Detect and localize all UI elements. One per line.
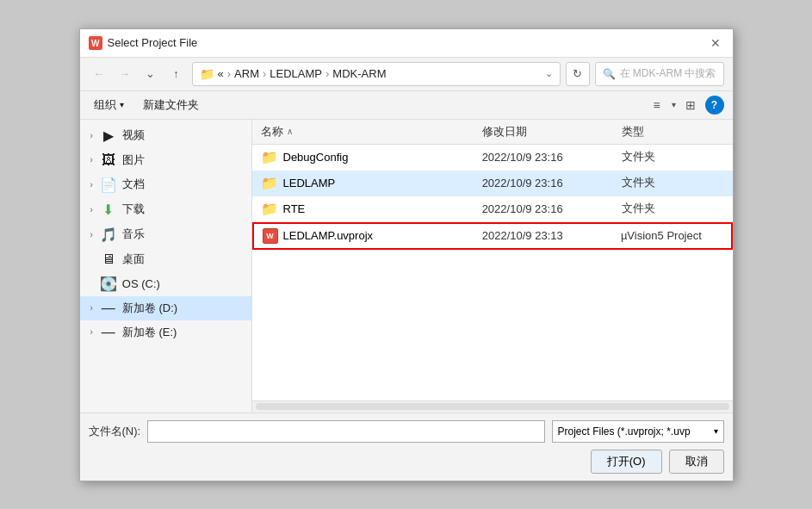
file-cell-type: 文件夹 <box>613 175 733 190</box>
select-project-dialog: W Select Project File ✕ ← → ⌄ ↑ 📁 « › AR… <box>79 28 734 481</box>
title-bar: W Select Project File ✕ <box>80 29 733 58</box>
view-list-button[interactable]: ≡ <box>646 95 668 115</box>
column-name[interactable]: 名称 ∧ <box>252 120 474 144</box>
file-row[interactable]: 📁 DebugConfig 2022/10/9 23:16 文件夹 <box>252 145 733 171</box>
file-name: LEDLAMP <box>283 177 336 189</box>
sidebar-item-video[interactable]: › ▶ 视频 <box>80 123 251 148</box>
address-folder-icon: 📁 <box>200 67 214 81</box>
folder-icon: 📁 <box>261 201 278 217</box>
toolbar: 组织 ▾ 新建文件夹 ≡ ▾ ⊞ ? <box>80 91 733 120</box>
cancel-label: 取消 <box>685 454 708 469</box>
expand-icon: › <box>90 155 93 164</box>
column-type[interactable]: 类型 <box>613 120 733 144</box>
sidebar-item-downloads-label: 下载 <box>122 202 145 217</box>
file-row[interactable]: 📁 RTE 2022/10/9 23:16 文件夹 <box>252 196 733 222</box>
search-placeholder: 在 MDK-ARM 中搜索 <box>620 66 716 81</box>
file-cell-date: 2022/10/9 23:16 <box>474 151 613 164</box>
app-icon: W <box>89 36 102 50</box>
sort-arrow-icon: ∧ <box>287 127 293 136</box>
music-icon: 🎵 <box>100 227 117 243</box>
sidebar-item-docs-label: 文档 <box>122 177 145 192</box>
expand-icon: › <box>90 230 93 239</box>
filetype-chevron-icon: ▾ <box>714 426 718 436</box>
sidebar-item-docs[interactable]: › 📄 文档 <box>80 172 251 197</box>
folder-icon: 📁 <box>261 149 278 165</box>
file-name: RTE <box>283 202 306 215</box>
file-cell-date: 2022/10/9 23:16 <box>474 202 613 215</box>
dialog-title: Select Project File <box>108 36 198 49</box>
sidebar-item-drive-d[interactable]: › — 新加卷 (D:) <box>80 296 251 320</box>
open-button[interactable]: 打开(O) <box>591 450 662 474</box>
bottom-bar: 文件名(N): Project Files (*.uvprojx; *.uvp … <box>80 413 733 481</box>
sidebar-item-downloads[interactable]: › ⬇ 下载 <box>80 197 251 222</box>
expand-icon: › <box>90 180 93 189</box>
view-dropdown-icon[interactable]: ▾ <box>672 100 676 109</box>
file-cell-date: 2022/10/9 23:13 <box>474 229 612 242</box>
back-button[interactable]: ← <box>89 64 109 84</box>
filename-input[interactable] <box>147 420 544 443</box>
sidebar-item-desktop[interactable]: › 🖥 桌面 <box>80 247 251 271</box>
file-list-header: 名称 ∧ 修改日期 类型 <box>252 120 733 145</box>
nav-bar: ← → ⌄ ↑ 📁 « › ARM › LEDLAMP › MDK-ARM ⌄ … <box>80 58 733 91</box>
address-bar[interactable]: 📁 « › ARM › LEDLAMP › MDK-ARM ⌄ <box>192 62 561 86</box>
close-button[interactable]: ✕ <box>707 34 724 52</box>
organize-label: 组织 <box>94 97 116 113</box>
view-grid-button[interactable]: ⊞ <box>679 95 702 115</box>
breadcrumb-ledlamp[interactable]: LEDLAMP <box>270 67 322 80</box>
drive-d-icon: — <box>100 301 117 316</box>
downloads-icon: ⬇ <box>100 202 117 218</box>
file-cell-type: 文件夹 <box>613 201 733 216</box>
cancel-button[interactable]: 取消 <box>669 450 724 474</box>
column-date[interactable]: 修改日期 <box>474 120 613 144</box>
main-content: › ▶ 视频 › 🖼 图片 › 📄 文档 › ⬇ 下载 › 🎵 <box>80 120 733 413</box>
search-box[interactable]: 🔍 在 MDK-ARM 中搜索 <box>595 62 724 86</box>
col-name-label: 名称 <box>261 124 283 140</box>
new-folder-button[interactable]: 新建文件夹 <box>138 95 204 115</box>
breadcrumb-mdk-arm[interactable]: MDK-ARM <box>332 67 386 80</box>
expand-icon: › <box>90 303 93 313</box>
sidebar-item-drive-d-label: 新加卷 (D:) <box>122 301 177 316</box>
help-button[interactable]: ? <box>705 96 724 115</box>
sidebar-item-drive-e[interactable]: › — 新加卷 (E:) <box>80 320 251 345</box>
folder-icon: 📁 <box>261 175 278 191</box>
sidebar-item-music[interactable]: › 🎵 音乐 <box>80 222 251 247</box>
filetype-label: Project Files (*.uvprojx; *.uvp <box>558 425 691 438</box>
organize-chevron-icon: ▾ <box>120 100 124 109</box>
osc-icon: 💽 <box>100 276 117 292</box>
dropdown-button[interactable]: ⌄ <box>140 64 161 84</box>
expand-icon: › <box>90 327 93 337</box>
file-cell-name: 📁 LEDLAMP <box>252 175 474 191</box>
sidebar-item-osc-label: OS (C:) <box>122 277 160 290</box>
images-icon: 🖼 <box>100 152 117 168</box>
sidebar-item-desktop-label: 桌面 <box>122 251 145 267</box>
open-label: 打开(O) <box>607 454 646 469</box>
sidebar-item-video-label: 视频 <box>122 127 145 143</box>
scrollbar-area[interactable] <box>252 400 733 413</box>
svg-text:W: W <box>91 39 100 48</box>
file-cell-type: µVision5 Project <box>612 229 731 242</box>
file-row[interactable]: 📁 LEDLAMP 2022/10/9 23:16 文件夹 <box>252 171 733 196</box>
filename-label: 文件名(N): <box>89 424 141 439</box>
sidebar-item-osc[interactable]: › 💽 OS (C:) <box>80 271 251 296</box>
new-folder-label: 新建文件夹 <box>143 97 199 113</box>
organize-button[interactable]: 组织 ▾ <box>89 95 129 115</box>
view-grid-icon: ⊞ <box>685 98 696 112</box>
file-list-body: 📁 DebugConfig 2022/10/9 23:16 文件夹 📁 LEDL… <box>252 145 733 400</box>
forward-button[interactable]: → <box>115 64 135 84</box>
sidebar-item-images[interactable]: › 🖼 图片 <box>80 148 251 172</box>
drive-e-icon: — <box>100 325 117 340</box>
up-button[interactable]: ↑ <box>166 64 187 84</box>
file-name: LEDLAMP.uvprojx <box>283 229 374 242</box>
view-list-icon: ≡ <box>653 98 660 112</box>
address-chevron-icon[interactable]: ⌄ <box>545 68 553 79</box>
sidebar: › ▶ 视频 › 🖼 图片 › 📄 文档 › ⬇ 下载 › 🎵 <box>80 120 252 413</box>
breadcrumb-arm[interactable]: ARM <box>234 67 259 80</box>
file-name: DebugConfig <box>283 151 349 164</box>
file-row-uvprojx[interactable]: LEDLAMP.uvprojx 2022/10/9 23:13 µVision5… <box>252 222 733 250</box>
desktop-icon: 🖥 <box>100 251 117 267</box>
refresh-button[interactable]: ↻ <box>566 62 590 86</box>
breadcrumb: « › ARM › LEDLAMP › MDK-ARM <box>218 67 387 80</box>
file-cell-type: 文件夹 <box>613 149 733 164</box>
filetype-select[interactable]: Project Files (*.uvprojx; *.uvp ▾ <box>552 420 724 443</box>
file-cell-name: 📁 DebugConfig <box>252 149 474 165</box>
